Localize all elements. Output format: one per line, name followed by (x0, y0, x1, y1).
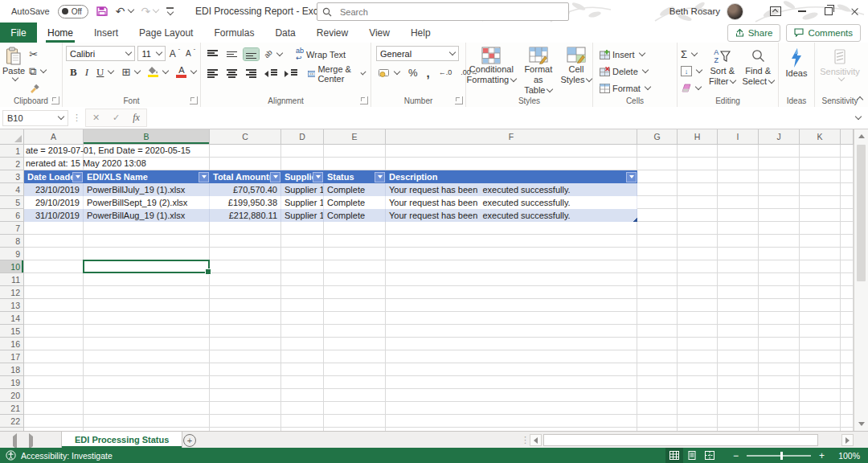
table-header-cell[interactable]: Date Loaded (24, 170, 84, 183)
middle-align-button[interactable] (224, 48, 240, 60)
copy-dropdown-icon[interactable] (40, 66, 47, 72)
accounting-format-button[interactable] (377, 65, 401, 80)
row-header-5[interactable]: 5 (0, 196, 24, 209)
tab-insert[interactable]: Insert (84, 23, 129, 43)
align-right-button[interactable] (244, 68, 259, 80)
fill-handle[interactable] (205, 268, 211, 275)
table-cell[interactable]: PowerBillSept_19 (2).xlsx (84, 196, 210, 209)
cut-button[interactable]: ✂ (27, 47, 47, 62)
conditional-formatting-button[interactable]: Conditional Formatting (465, 45, 519, 87)
table-cell[interactable]: Your request has been executed successfu… (386, 196, 637, 209)
undo-dropdown-icon[interactable] (127, 6, 133, 13)
hscroll-left-button[interactable] (530, 434, 542, 446)
table-header-cell[interactable]: Status (324, 170, 386, 183)
row-header-11[interactable]: 11 (0, 273, 24, 286)
table-header-cell[interactable]: Total Amount(£) (210, 170, 281, 183)
fill-button[interactable]: ↓ (679, 64, 703, 79)
column-header-E[interactable]: E (324, 129, 386, 145)
column-header-A[interactable]: A (24, 129, 84, 145)
tab-help[interactable]: Help (400, 23, 441, 43)
user-account[interactable]: Beth Rosary (669, 0, 743, 23)
italic-button[interactable]: I (84, 64, 90, 80)
table-cell[interactable]: Complete (324, 183, 386, 196)
fill-color-dropdown-icon[interactable] (162, 67, 169, 73)
tab-home[interactable]: Home (37, 23, 84, 43)
decrease-indent-button[interactable] (263, 66, 279, 81)
tab-view[interactable]: View (358, 23, 400, 43)
table-cell[interactable]: Supplier 1 (281, 209, 324, 222)
table-resize-handle[interactable] (633, 217, 637, 222)
format-as-table-dropdown-icon[interactable] (547, 85, 553, 92)
delete-cells-button[interactable]: Delete (598, 64, 672, 79)
zoom-in-button[interactable]: + (816, 450, 828, 461)
tab-formulas[interactable]: Formulas (203, 23, 264, 43)
column-header-G[interactable]: G (637, 129, 678, 145)
orientation-dropdown-icon[interactable] (276, 49, 283, 55)
page-layout-view-button[interactable] (683, 448, 701, 463)
column-header-H[interactable]: H (678, 129, 718, 145)
clear-button[interactable] (679, 80, 703, 96)
column-header-C[interactable]: C (210, 129, 281, 145)
column-header-K[interactable]: K (800, 129, 841, 145)
table-cell[interactable]: Complete (324, 196, 386, 209)
undo-button[interactable]: ↶ (116, 5, 133, 18)
row-header-1[interactable]: 1 (0, 145, 24, 158)
row-header-7[interactable]: 7 (0, 222, 24, 235)
increase-indent-button[interactable] (283, 66, 299, 81)
hscroll-right-button[interactable] (841, 434, 854, 446)
decrease-font-button[interactable]: Aˇ (184, 46, 197, 61)
zoom-slider-thumb[interactable] (780, 452, 784, 460)
alignment-dialog-launcher[interactable] (360, 96, 368, 104)
top-align-button[interactable] (205, 48, 220, 60)
row-header-4[interactable]: 4 (0, 183, 24, 196)
font-size-select[interactable]: 11 (137, 46, 165, 61)
font-name-select[interactable]: Calibri (66, 46, 135, 61)
row-header-6[interactable]: 6 (0, 209, 24, 222)
filter-button[interactable] (199, 172, 209, 182)
row-header-2[interactable]: 2 (0, 158, 24, 170)
font-color-dropdown-icon[interactable] (190, 67, 197, 73)
table-cell[interactable]: 29/10/2019 (24, 196, 84, 209)
formula-bar-separator-dots[interactable]: ⋮ (72, 113, 81, 123)
horizontal-scrollbar-thumb[interactable] (543, 434, 818, 446)
row-header-12[interactable]: 12 (0, 286, 24, 299)
expand-formula-bar-icon[interactable] (855, 113, 862, 119)
wrap-text-button[interactable]: ab↩ Wrap Text (294, 47, 347, 62)
ideas-button[interactable]: Ideas (779, 45, 814, 80)
insert-function-button[interactable]: fx (126, 112, 146, 124)
table-cell[interactable]: Your request has been executed successfu… (386, 209, 637, 222)
percent-style-button[interactable]: % (407, 65, 420, 80)
save-button[interactable] (96, 6, 108, 17)
column-header-F[interactable]: F (386, 129, 637, 145)
filter-button[interactable] (313, 172, 323, 182)
fill-color-button[interactable] (146, 64, 170, 80)
format-cells-button[interactable]: Format (598, 80, 672, 96)
row-header-17[interactable]: 17 (0, 350, 24, 363)
comma-style-button[interactable]: , (425, 65, 432, 80)
number-format-select[interactable]: General (376, 46, 459, 61)
bottom-align-button[interactable] (244, 48, 259, 60)
format-painter-button[interactable] (27, 80, 47, 96)
normal-view-button[interactable] (665, 448, 683, 463)
column-header-B[interactable]: B (84, 129, 210, 145)
sort-filter-button[interactable]: AZ Sort & Filter (706, 45, 738, 88)
table-cell[interactable]: PowerBillAug_19 (1).xlsx (84, 209, 210, 222)
new-sheet-button[interactable]: + (183, 434, 196, 447)
tab-data[interactable]: Data (264, 23, 305, 43)
name-box[interactable]: B10 (2, 110, 68, 126)
autosum-button[interactable]: Σ (679, 47, 703, 62)
fill-dropdown-icon[interactable] (696, 66, 702, 72)
redo-button[interactable]: ↷ (141, 5, 159, 18)
cell-text-row-1[interactable]: ate = 2019-07-01, End Date = 2020-05-15 (26, 145, 190, 158)
autosave-toggle[interactable]: Off (58, 5, 88, 18)
table-cell[interactable]: £212,880.11 (210, 209, 281, 222)
table-header-cell[interactable]: Supplier (281, 170, 324, 183)
increase-decimal-button[interactable]: ←.0 (437, 65, 454, 80)
find-select-button[interactable]: Find & Select (739, 45, 776, 88)
cell-text-row-2[interactable]: nerated at: 15 May 2020 13:08 (26, 158, 146, 170)
row-header-15[interactable]: 15 (0, 325, 24, 338)
cancel-entry-button[interactable]: ✕ (86, 113, 106, 123)
clipboard-dialog-launcher[interactable] (51, 96, 59, 104)
accessibility-status[interactable]: Accessibility: Investigate (0, 450, 113, 461)
row-header-18[interactable]: 18 (0, 363, 24, 376)
